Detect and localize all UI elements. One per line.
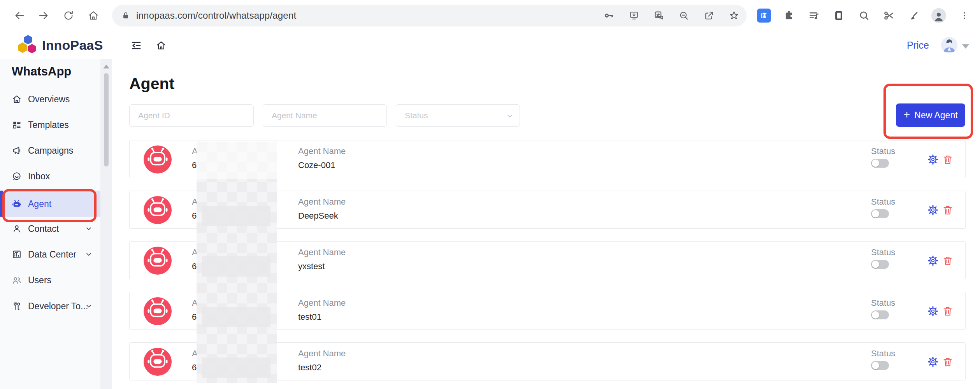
- settings-gear-icon[interactable]: [927, 356, 939, 368]
- agent-name-input[interactable]: [263, 105, 404, 126]
- translate-extension-icon[interactable]: [756, 8, 772, 23]
- user-avatar[interactable]: [941, 37, 957, 53]
- share-icon[interactable]: [704, 10, 715, 21]
- settings-gear-icon[interactable]: [927, 154, 939, 165]
- robot-avatar-icon: [144, 196, 172, 224]
- status-label: Status: [871, 197, 895, 207]
- status-select-placeholder: Status: [405, 105, 428, 126]
- settings-gear-icon[interactable]: [927, 204, 939, 216]
- back-icon[interactable]: [12, 8, 27, 23]
- robot-avatar-icon: [144, 145, 172, 173]
- sidebar-item-label: Templates: [28, 116, 69, 133]
- agent-name-value: Coze-001: [298, 160, 335, 170]
- agent-name-label: Agent Name: [298, 146, 346, 156]
- body: WhatsApp Overviews Templates Campaig: [0, 59, 980, 389]
- address-bar[interactable]: innopaas.com/control/whatsapp/agent: [112, 5, 746, 26]
- app-header: InnoPaaS Price: [0, 31, 980, 60]
- find-search-icon[interactable]: [856, 8, 872, 23]
- agent-name-value: test02: [298, 363, 321, 373]
- site-lock-icon[interactable]: [121, 11, 130, 20]
- status-toggle[interactable]: [871, 310, 889, 319]
- sidebar-title: WhatsApp: [12, 65, 71, 79]
- agent-name-filter-input[interactable]: [263, 104, 387, 127]
- brand-name: InnoPaaS: [42, 31, 103, 59]
- forward-icon[interactable]: [36, 8, 51, 23]
- agent-id-filter-input[interactable]: [129, 104, 254, 127]
- sidebar-item-developer-tools[interactable]: Developer To...: [0, 298, 100, 315]
- delete-trash-icon[interactable]: [942, 255, 954, 266]
- settings-gear-icon[interactable]: [927, 305, 939, 317]
- megaphone-icon: [12, 145, 22, 156]
- chat-smile-icon: [12, 171, 22, 181]
- settings-gear-icon[interactable]: [927, 255, 939, 266]
- delete-trash-icon[interactable]: [942, 356, 954, 368]
- agent-name-label: Agent Name: [298, 197, 346, 207]
- new-agent-button[interactable]: + New Agent: [896, 103, 965, 127]
- sidebar-item-campaigns[interactable]: Campaigns: [0, 142, 100, 159]
- agent-name-label: Agent Name: [298, 247, 346, 258]
- price-link[interactable]: Price: [907, 31, 929, 59]
- robot-icon: [12, 199, 22, 209]
- reload-icon[interactable]: [61, 8, 76, 23]
- sidebar-item-users[interactable]: Users: [0, 272, 100, 289]
- main-content: Agent Status + New Agent: [112, 59, 980, 389]
- app-home-icon[interactable]: [154, 39, 168, 53]
- chevron-down-icon: [86, 303, 92, 309]
- scissors-icon[interactable]: [881, 8, 897, 23]
- plus-icon: +: [903, 109, 910, 121]
- page: innopaas.com/control/whatsapp/agent: [0, 0, 980, 389]
- status-label: Status: [871, 349, 895, 359]
- chevron-down-icon: [86, 251, 92, 258]
- browser-toolbar: innopaas.com/control/whatsapp/agent: [0, 0, 980, 32]
- page-title: Agent: [129, 75, 174, 93]
- sidebar-item-label: Overviews: [28, 91, 70, 108]
- save-to-device-icon[interactable]: [629, 10, 639, 21]
- status-label: Status: [871, 247, 895, 258]
- collapse-menu-icon[interactable]: [129, 39, 143, 53]
- status-filter-select[interactable]: Status: [396, 104, 520, 127]
- select-chevron-down-icon: [506, 112, 513, 119]
- delete-trash-icon[interactable]: [942, 305, 954, 317]
- agent-id-input[interactable]: [130, 105, 270, 126]
- sidebar-item-agent[interactable]: Agent: [0, 195, 100, 212]
- template-list-icon: [12, 120, 22, 130]
- status-toggle[interactable]: [871, 361, 889, 370]
- extensions-puzzle-icon[interactable]: [781, 8, 797, 23]
- agent-name-value: yxstest: [298, 261, 325, 272]
- sidebar-item-label: Campaigns: [28, 142, 73, 159]
- translate-page-icon[interactable]: [653, 10, 664, 21]
- scrollbar-thumb[interactable]: [104, 73, 109, 166]
- sidebar-item-data-center[interactable]: Data Center: [0, 246, 100, 263]
- reader-frame-icon[interactable]: [831, 8, 847, 23]
- sidebar-scrollbar[interactable]: [100, 59, 112, 389]
- scroll-up-arrow-icon[interactable]: [103, 65, 109, 68]
- sidebar-item-inbox[interactable]: Inbox: [0, 168, 100, 185]
- home-icon: [12, 94, 22, 104]
- status-toggle[interactable]: [871, 209, 889, 218]
- tools-icon: [12, 301, 22, 311]
- chart-icon: [12, 249, 22, 259]
- sidebar-item-contact[interactable]: Contact: [0, 220, 100, 237]
- status-toggle[interactable]: [871, 159, 889, 168]
- sidebar-item-overviews[interactable]: Overviews: [0, 91, 100, 108]
- person-icon: [12, 224, 22, 234]
- sidebar-item-label: Developer To...: [28, 298, 88, 315]
- user-menu-caret-icon[interactable]: [962, 44, 969, 49]
- redaction-mosaic: [197, 142, 277, 383]
- kebab-menu-icon[interactable]: [957, 8, 972, 23]
- bookmark-star-icon[interactable]: [729, 10, 739, 21]
- status-toggle[interactable]: [871, 260, 889, 269]
- url-text[interactable]: innopaas.com/control/whatsapp/agent: [136, 10, 296, 21]
- cleaner-broom-icon[interactable]: [906, 8, 922, 23]
- sidebar-item-templates[interactable]: Templates: [0, 116, 100, 133]
- agent-name-label: Agent Name: [298, 298, 346, 308]
- delete-trash-icon[interactable]: [942, 154, 954, 165]
- browser-profile-icon[interactable]: [931, 8, 947, 23]
- delete-trash-icon[interactable]: [942, 204, 954, 216]
- browser-home-icon[interactable]: [86, 8, 101, 23]
- key-icon[interactable]: [604, 10, 615, 21]
- sidebar: WhatsApp Overviews Templates Campaig: [0, 59, 112, 389]
- zoom-out-icon[interactable]: [678, 10, 689, 21]
- media-playlist-icon[interactable]: [806, 8, 822, 23]
- sidebar-item-label: Users: [28, 272, 51, 289]
